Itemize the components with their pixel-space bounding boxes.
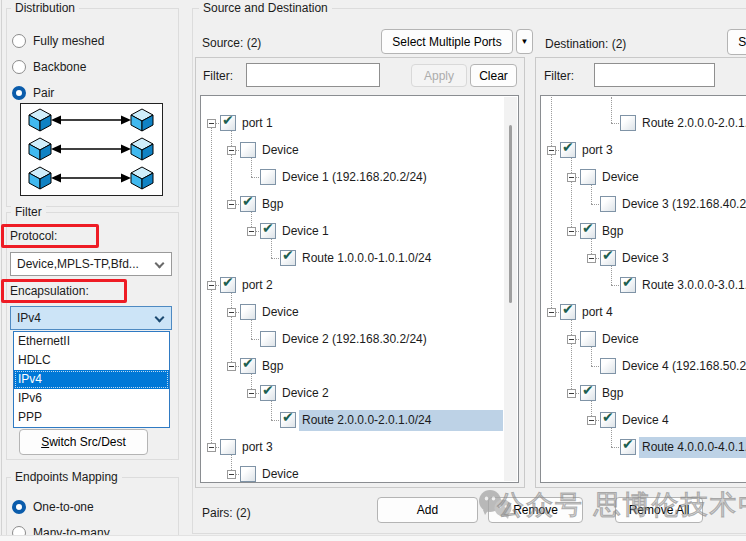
checkbox-checked[interactable]: ✔ <box>560 142 576 158</box>
source-tree[interactable]: ✔port 1DeviceDevice 1 (192.168.20.2/24)✔… <box>200 95 519 483</box>
switch-src-dest-button[interactable]: Switch Src/Dest <box>19 429 148 455</box>
checkbox-unchecked[interactable] <box>580 331 596 347</box>
tree-node-label[interactable]: Route 4.0.0.0-4.0.1.0/24 <box>642 434 746 461</box>
collapse-expander-icon[interactable] <box>207 281 216 290</box>
collapse-expander-icon[interactable] <box>567 389 576 398</box>
collapse-expander-icon[interactable] <box>567 335 576 344</box>
destination-tree[interactable]: Route 2.0.0.0-2.0.1.0/24✔port 3DeviceDev… <box>540 95 746 483</box>
checkbox-unchecked[interactable] <box>620 115 636 131</box>
tree-node-label[interactable]: Device <box>602 164 639 191</box>
tree-node-label[interactable]: Route 2.0.0.0-2.0.1.0/24 <box>302 407 431 434</box>
tree-row[interactable]: ✔Route 4.0.0.0-4.0.1.0/24 <box>541 434 746 461</box>
clear-button[interactable]: Clear <box>470 64 517 87</box>
checkbox-unchecked[interactable] <box>260 169 276 185</box>
tree-row[interactable]: Device 1 (192.168.20.2/24) <box>201 164 518 191</box>
add-button[interactable]: Add <box>377 497 478 523</box>
collapse-expander-icon[interactable] <box>247 227 256 236</box>
tree-row[interactable]: ✔Route 3.0.0.0-3.0.1.0/24 <box>541 272 746 299</box>
collapse-expander-icon[interactable] <box>587 254 596 263</box>
checkbox-unchecked[interactable] <box>220 439 236 455</box>
tree-node-label[interactable]: port 1 <box>242 110 273 137</box>
destination-select-multiple-ports-button[interactable]: Select Multiple Ports <box>727 29 746 55</box>
collapse-expander-icon[interactable] <box>547 308 556 317</box>
tree-row[interactable]: ✔Device 1 <box>201 218 518 245</box>
destination-filter-input[interactable] <box>594 63 715 87</box>
chevron-down-icon[interactable] <box>155 259 165 269</box>
checkbox-checked[interactable]: ✔ <box>260 385 276 401</box>
tree-node-label[interactable]: Device 4 <box>622 407 669 434</box>
radio-icon[interactable] <box>12 60 26 74</box>
tree-row[interactable]: ✔Bgp <box>201 191 518 218</box>
tree-node-label[interactable]: Device 4 (192.168.50.2/24) <box>622 353 746 380</box>
dropdown-option-ipv4[interactable]: IPv4 <box>14 370 169 389</box>
collapse-expander-icon[interactable] <box>567 173 576 182</box>
tree-node-label[interactable]: Device 1 (192.168.20.2/24) <box>282 164 427 191</box>
radio-icon[interactable] <box>12 500 26 514</box>
collapse-expander-icon[interactable] <box>567 227 576 236</box>
tree-row[interactable]: port 3 <box>201 434 518 461</box>
source-filter-input[interactable] <box>246 63 380 87</box>
tree-row[interactable]: ✔Route 2.0.0.0-2.0.1.0/24 <box>201 407 518 434</box>
checkbox-checked[interactable]: ✔ <box>600 412 616 428</box>
protocol-combobox[interactable]: Device,MPLS-TP,Bfd... <box>10 252 172 276</box>
collapse-expander-icon[interactable] <box>227 470 236 479</box>
tree-node-label[interactable]: Device 3 (192.168.40.2/24) <box>622 191 746 218</box>
checkbox-checked[interactable]: ✔ <box>620 277 636 293</box>
checkbox-checked[interactable]: ✔ <box>560 304 576 320</box>
tree-node-label[interactable]: Route 3.0.0.0-3.0.1.0/24 <box>642 272 746 299</box>
tree-row[interactable]: ✔Device 3 <box>541 245 746 272</box>
tree-node-label[interactable]: port 2 <box>242 272 273 299</box>
tree-node-label[interactable]: Route 2.0.0.0-2.0.1.0/24 <box>642 110 746 137</box>
tree-node-label[interactable]: Device 3 <box>622 245 669 272</box>
radio-icon[interactable] <box>12 34 26 48</box>
tree-row[interactable]: ✔Bgp <box>201 353 518 380</box>
checkbox-checked[interactable]: ✔ <box>600 250 616 266</box>
checkbox-checked[interactable]: ✔ <box>240 358 256 374</box>
checkbox-unchecked[interactable] <box>580 169 596 185</box>
checkbox-checked[interactable]: ✔ <box>220 115 236 131</box>
checkbox-checked[interactable]: ✔ <box>280 250 296 266</box>
checkbox-checked[interactable]: ✔ <box>280 412 296 428</box>
checkbox-checked[interactable]: ✔ <box>220 277 236 293</box>
tree-row[interactable]: Device 2 (192.168.30.2/24) <box>201 326 518 353</box>
dropdown-option-ppp[interactable]: PPP <box>14 408 169 427</box>
checkbox-unchecked[interactable] <box>240 142 256 158</box>
tree-node-label[interactable]: Device <box>602 326 639 353</box>
dropdown-option-hdlc[interactable]: HDLC <box>14 351 169 370</box>
tree-node-label[interactable]: Device 2 <box>282 380 329 407</box>
checkbox-unchecked[interactable] <box>600 358 616 374</box>
collapse-expander-icon[interactable] <box>547 146 556 155</box>
checkbox-unchecked[interactable] <box>260 331 276 347</box>
collapse-expander-icon[interactable] <box>227 200 236 209</box>
tree-row[interactable]: Device <box>201 299 518 326</box>
collapse-expander-icon[interactable] <box>207 443 216 452</box>
checkbox-checked[interactable]: ✔ <box>260 223 276 239</box>
checkbox-checked[interactable]: ✔ <box>580 223 596 239</box>
source-tree-scrollbar[interactable] <box>504 97 517 481</box>
remove-all-button[interactable]: Remove All <box>615 497 703 523</box>
tree-node-label[interactable]: Route 1.0.0.0-1.0.1.0/24 <box>302 245 431 272</box>
collapse-expander-icon[interactable] <box>227 362 236 371</box>
collapse-expander-icon[interactable] <box>587 416 596 425</box>
collapse-expander-icon[interactable] <box>227 146 236 155</box>
tree-node-label[interactable]: Device 2 (192.168.30.2/24) <box>282 326 427 353</box>
radio-icon[interactable] <box>12 86 26 100</box>
tree-node-label[interactable]: Bgp <box>602 218 623 245</box>
tree-node-label[interactable]: Device <box>262 299 299 326</box>
select-multiple-ports-dropdown-button[interactable]: ▼ <box>516 29 533 54</box>
remove-button[interactable]: Remove <box>488 497 583 523</box>
checkbox-checked[interactable]: ✔ <box>240 196 256 212</box>
checkbox-checked[interactable]: ✔ <box>580 385 596 401</box>
tree-node-label[interactable]: port 4 <box>582 299 613 326</box>
chevron-down-icon[interactable] <box>155 313 165 323</box>
select-multiple-ports-button[interactable]: Select Multiple Ports <box>381 29 513 54</box>
tree-node-label[interactable]: Bgp <box>602 380 623 407</box>
collapse-expander-icon[interactable] <box>227 308 236 317</box>
encapsulation-combobox[interactable]: IPv4 <box>10 306 172 330</box>
tree-row[interactable]: Device <box>201 137 518 164</box>
tree-row[interactable]: ✔port 1 <box>201 110 518 137</box>
tree-row[interactable]: ✔Device 2 <box>201 380 518 407</box>
dropdown-option-ipv6[interactable]: IPv6 <box>14 389 169 408</box>
tree-row[interactable]: ✔port 2 <box>201 272 518 299</box>
radio-endpoints-one-to-one[interactable]: One-to-one <box>12 494 110 520</box>
